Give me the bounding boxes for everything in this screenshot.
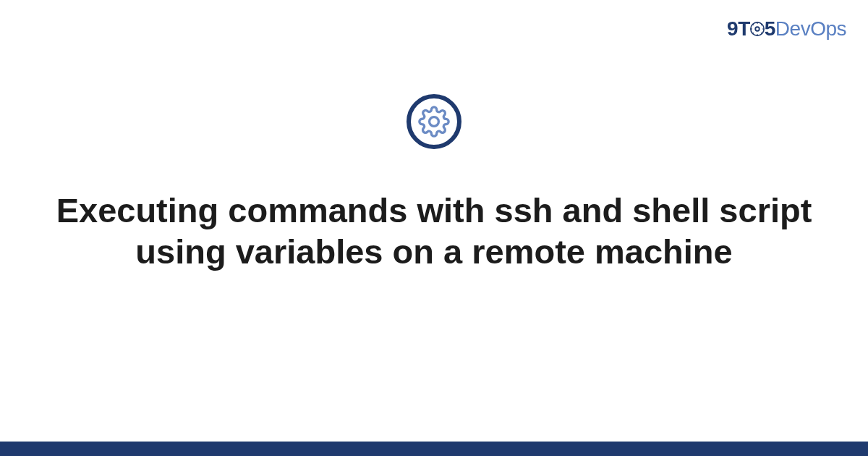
page-title: Executing commands with ssh and shell sc… bbox=[0, 190, 868, 273]
footer-accent-bar bbox=[0, 442, 868, 456]
brand-logo: 9T5DevOps bbox=[727, 17, 846, 41]
gear-icon bbox=[749, 21, 765, 37]
logo-text-devops: DevOps bbox=[775, 17, 846, 40]
hero-gear-icon bbox=[407, 94, 461, 149]
logo-text-9t: 9T bbox=[727, 17, 750, 40]
logo-text-5: 5 bbox=[765, 17, 775, 40]
svg-point-1 bbox=[755, 27, 760, 31]
